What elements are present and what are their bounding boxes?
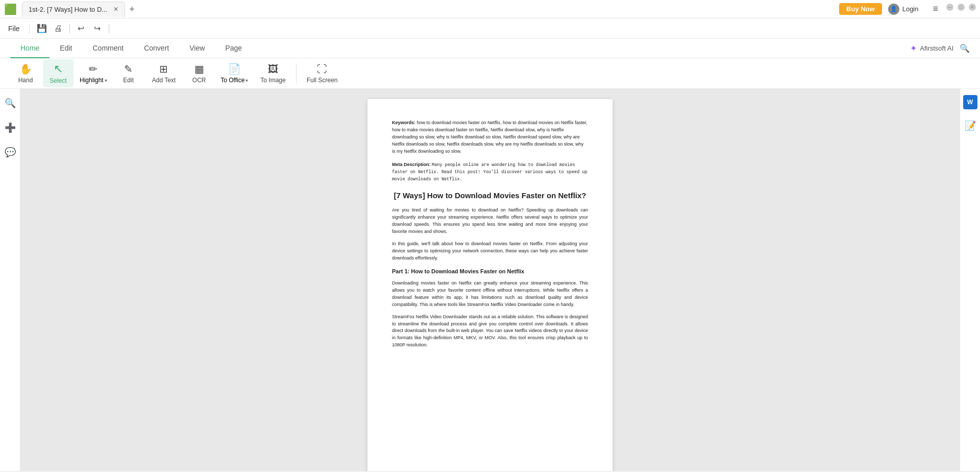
to-office-icon: 📄	[228, 63, 241, 75]
doc-heading-2: Part 1: How to Download Movies Faster on…	[392, 267, 588, 276]
select-label: Select	[50, 77, 66, 84]
add-text-label: Add Text	[152, 77, 176, 84]
keywords-text: how to download movies faster on Netflix…	[392, 120, 587, 154]
tab-convert[interactable]: Convert	[134, 39, 179, 58]
menu-bar: File 💾 🖨 ↩ ↪	[0, 18, 980, 39]
menu-divider-2	[109, 24, 109, 33]
translate-button[interactable]: W	[963, 95, 977, 109]
app-logo: 🟩	[4, 3, 17, 15]
search-icon: 🔍	[960, 44, 970, 53]
hand-icon: ✋	[19, 63, 32, 75]
save-icon: 💾	[37, 23, 47, 33]
highlight-tool-button[interactable]: ✏ Highlight ▾	[76, 60, 111, 87]
to-image-icon: 🖼	[268, 63, 278, 75]
print-button[interactable]: 🖨	[51, 21, 65, 36]
add-text-tool-button[interactable]: ⊞ Add Text	[146, 60, 182, 87]
edit-label: Edit	[123, 77, 134, 84]
login-label: Login	[902, 5, 919, 13]
full-screen-icon: ⛶	[317, 63, 327, 75]
print-icon: 🖨	[54, 24, 62, 33]
user-avatar: 👤	[888, 4, 899, 15]
full-screen-label: Full Screen	[307, 77, 338, 84]
right-sidebar-edit-icon[interactable]: 📝	[962, 117, 978, 134]
select-tool-button[interactable]: ↖ Select	[43, 59, 74, 87]
keywords-label: Keywords:	[392, 120, 415, 125]
ai-label: Afirstsoft AI	[920, 44, 953, 52]
close-button[interactable]: ✕	[969, 4, 976, 11]
ocr-tool-button[interactable]: ▦ OCR	[184, 60, 214, 87]
login-area[interactable]: 👤 Login	[888, 4, 919, 15]
tab-edit[interactable]: Edit	[50, 39, 82, 58]
ocr-icon: ▦	[194, 63, 204, 75]
tab-close-button[interactable]: ✕	[113, 6, 118, 13]
doc-paragraph-1: Are you tired of waiting for movies to d…	[392, 207, 588, 235]
ai-star-icon: ✦	[910, 43, 917, 53]
doc-keywords-section: Keywords: how to download movies faster …	[392, 120, 588, 155]
sidebar-add-icon[interactable]: ➕	[2, 120, 18, 136]
minimize-button[interactable]: ─	[946, 4, 953, 11]
ai-button[interactable]: ✦ Afirstsoft AI	[910, 43, 953, 53]
title-bar-right: Buy Now 👤 Login ≡ ─ □ ✕	[839, 3, 976, 15]
highlight-dropdown-icon: ▾	[105, 78, 107, 83]
tab-home[interactable]: Home	[10, 39, 50, 58]
menu-separator-1	[29, 23, 30, 34]
hand-tool-button[interactable]: ✋ Hand	[10, 60, 41, 87]
save-button[interactable]: 💾	[35, 21, 49, 36]
to-office-tool-button[interactable]: 📄 To Office ▾	[216, 60, 252, 87]
doc-paragraph-3: Downloading movies faster on Netflix can…	[392, 280, 588, 309]
edit-icon: ✎	[124, 63, 133, 75]
sidebar-comment-icon[interactable]: 💬	[2, 144, 18, 160]
buy-now-button[interactable]: Buy Now	[839, 3, 882, 15]
browser-tab[interactable]: 1st-2. [7 Ways] How to D... ✕	[22, 2, 125, 17]
to-office-dropdown-icon: ▾	[246, 78, 248, 83]
window-controls: ≡ ─ □ ✕	[933, 4, 976, 14]
search-button[interactable]: 🔍	[960, 43, 970, 53]
left-sidebar: 🔍 ➕ 💬	[0, 89, 20, 471]
hamburger-icon[interactable]: ≡	[933, 4, 938, 14]
full-screen-tool-button[interactable]: ⛶ Full Screen	[301, 60, 344, 87]
tab-title: 1st-2. [7 Ways] How to D...	[29, 6, 107, 13]
highlight-label: Highlight	[80, 77, 104, 84]
to-office-label: To Office	[220, 77, 244, 84]
doc-paragraph-2: In this guide, we'll talk about how to d…	[392, 241, 588, 262]
undo-icon: ↩	[78, 23, 84, 33]
ocr-label: OCR	[192, 77, 206, 84]
toolbar: ✋ Hand ↖ Select ✏ Highlight ▾ ✎ Edit ⊞ A…	[0, 58, 980, 89]
document-area[interactable]: Keywords: how to download movies faster …	[20, 89, 960, 471]
file-menu[interactable]: File	[8, 25, 20, 33]
doc-paragraph-4: StreamFox Netflix Video Downloader stand…	[392, 314, 588, 349]
maximize-button[interactable]: □	[958, 4, 965, 11]
nav-tabs: Home Edit Comment Convert View Page ✦ Af…	[0, 39, 980, 58]
add-text-icon: ⊞	[159, 63, 168, 75]
hand-label: Hand	[18, 77, 33, 84]
to-image-label: To Image	[260, 77, 285, 84]
menu-divider-1	[69, 24, 70, 33]
tab-view[interactable]: View	[179, 39, 215, 58]
meta-label: Meta Description:	[392, 162, 431, 167]
highlight-icon: ✏	[89, 63, 97, 75]
main-layout: 🔍 ➕ 💬 Keywords: how to download movies f…	[0, 89, 980, 471]
sidebar-search-icon[interactable]: 🔍	[2, 95, 18, 111]
toolbar-separator	[296, 63, 297, 84]
title-bar: 🟩 1st-2. [7 Ways] How to D... ✕ + Buy No…	[0, 0, 980, 18]
doc-meta-section: Meta Description: Many people online are…	[392, 161, 588, 183]
document-page: Keywords: how to download movies faster …	[368, 99, 612, 471]
right-sidebar: W 📝	[960, 89, 980, 471]
edit-tool-button[interactable]: ✎ Edit	[113, 60, 144, 87]
redo-button[interactable]: ↪	[90, 21, 105, 36]
new-tab-button[interactable]: +	[129, 5, 135, 14]
undo-button[interactable]: ↩	[74, 21, 88, 36]
redo-icon: ↪	[94, 23, 101, 33]
select-icon: ↖	[54, 62, 63, 76]
nav-right-area: ✦ Afirstsoft AI 🔍	[910, 43, 970, 53]
to-image-tool-button[interactable]: 🖼 To Image	[254, 60, 291, 87]
doc-heading-1: [7 Ways] How to Download Movies Faster o…	[392, 190, 588, 201]
tab-comment[interactable]: Comment	[82, 39, 134, 58]
tab-page[interactable]: Page	[215, 39, 252, 58]
